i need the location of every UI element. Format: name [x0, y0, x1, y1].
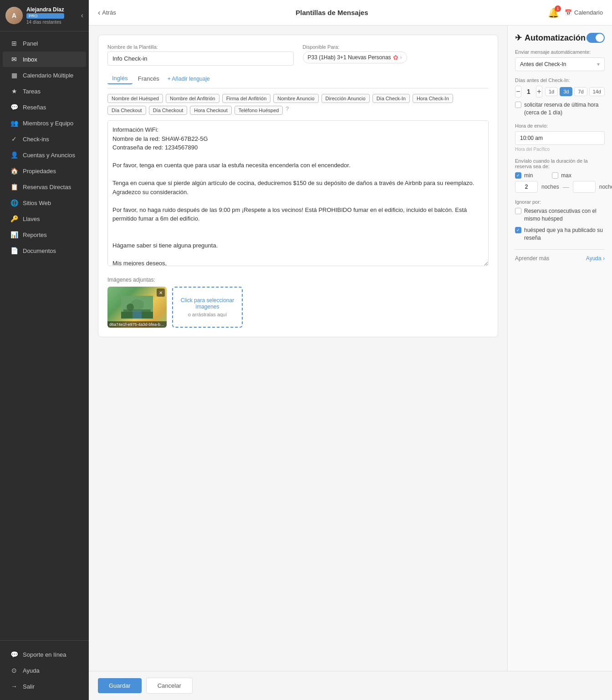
- image-upload-box[interactable]: Click para seleccionar imagenes o arrást…: [172, 287, 243, 328]
- sidebar-item-reportes[interactable]: 📊 Reportes: [3, 227, 86, 242]
- var-help-icon[interactable]: ?: [286, 106, 289, 115]
- available-for-label: Disponible Para:: [303, 44, 489, 50]
- var-tag-dia-checkout2[interactable]: Día Checkout: [149, 106, 188, 115]
- form-section: Nombre de la Plantilla: Disponible Para:…: [98, 35, 498, 337]
- main-area: ‹ Atrás Plantillas de Mensajes 🔔 1 📅 Cal…: [89, 0, 612, 700]
- right-panel: ✈ Automatización Enviar mensaje automáti…: [507, 26, 612, 671]
- resenas-icon: 💬: [10, 103, 18, 111]
- sidebar-item-calendario[interactable]: ▦ Calendario Múltiple: [3, 67, 86, 83]
- sidebar-item-ayuda[interactable]: ⊙ Ayuda: [3, 663, 86, 678]
- sidebar-item-checkins[interactable]: ✓ Check-ins: [3, 131, 86, 147]
- days-minus-button[interactable]: −: [515, 86, 521, 98]
- ignore-2-checkbox[interactable]: ✓: [515, 227, 521, 233]
- sidebar-item-propiedades[interactable]: 🏠 Propiedades: [3, 163, 86, 179]
- checkins-icon: ✓: [10, 135, 18, 143]
- tag-arrow-icon: ›: [400, 54, 402, 61]
- var-tag-firma[interactable]: Firma del Anfitrión: [222, 94, 271, 103]
- last-minute-checkbox-row: solicitar reserva de última hora (cerca …: [515, 101, 605, 117]
- min-checkbox[interactable]: ✓: [515, 172, 521, 179]
- sidebar-item-label: Reseñas: [23, 104, 46, 111]
- available-tag[interactable]: P33 (1Hab) 3+1 Nuevas Personas ✿ ›: [303, 51, 407, 63]
- var-tag-direccion[interactable]: Dirección Anuncio: [321, 94, 370, 103]
- sidebar-item-panel[interactable]: ⊞ Panel: [3, 36, 86, 51]
- days-before-label: Días antes del Check-In:: [515, 77, 605, 83]
- var-tag-dia-checkin[interactable]: Día Check-In: [372, 94, 410, 103]
- lang-tab-ingles[interactable]: Inglés: [107, 73, 133, 84]
- sidebar-item-salir[interactable]: → Salir: [3, 679, 86, 694]
- svg-point-3: [127, 304, 134, 311]
- salir-icon: →: [10, 683, 18, 690]
- max-nights-input[interactable]: [573, 181, 596, 193]
- tareas-icon: ★: [10, 88, 18, 95]
- var-tag-telefono[interactable]: Teléfono Huésped: [235, 106, 283, 115]
- day-chip-7d[interactable]: 7d: [574, 87, 587, 96]
- send-auto-label: Enviar mensaje automáticamente:: [515, 49, 605, 55]
- sidebar-user: A Alejandra Díaz PRO 14 días restantes: [5, 6, 64, 25]
- var-tag-anfitrion[interactable]: Nombre del Anfitrión: [166, 94, 219, 103]
- images-section: Imágenes adjuntas:: [107, 277, 489, 328]
- upload-text: Click para seleccionar imagenes: [177, 297, 238, 310]
- day-chip-14d[interactable]: 14d: [589, 87, 605, 96]
- message-textarea[interactable]: Información WiFi: Nombre de la red: SHAW…: [107, 120, 489, 266]
- day-chip-1d[interactable]: 1d: [545, 87, 558, 96]
- plane-icon: ✈: [515, 33, 522, 43]
- sidebar-item-tareas[interactable]: ★ Tareas: [3, 83, 86, 99]
- soporte-icon: 💬: [10, 651, 18, 658]
- calendar-button[interactable]: 📅 Calendario: [565, 9, 603, 16]
- propiedades-icon: 🏠: [10, 167, 18, 175]
- top-fields-row: Nombre de la Plantilla: Disponible Para:…: [107, 44, 489, 66]
- var-tag-dia-checkout[interactable]: Día Checkout: [107, 106, 146, 115]
- template-name-input[interactable]: [107, 51, 294, 66]
- sidebar-item-reservas[interactable]: 📋 Reservas Directas: [3, 179, 86, 195]
- sidebar-item-label: Sitios Web: [23, 200, 51, 206]
- topbar-title: Plantillas de Mensajes: [296, 9, 368, 16]
- sidebar-item-sitios[interactable]: 🌐 Sitios Web: [3, 195, 86, 211]
- sidebar-item-inbox[interactable]: ✉ Inbox: [3, 51, 86, 67]
- ignore-section: Ignorar por: Reservas consecutivas con e…: [515, 199, 605, 242]
- sidebar-item-label: Panel: [23, 40, 38, 47]
- duration-dash: —: [563, 183, 569, 190]
- sidebar-item-miembros[interactable]: 👥 Miembros y Equipo: [3, 115, 86, 131]
- collapse-sidebar-button[interactable]: ‹: [81, 11, 83, 20]
- sidebar-item-soporte[interactable]: 💬 Soporte en línea: [3, 647, 86, 662]
- sidebar-item-cuentas[interactable]: 👤 Cuentas y Anuncios: [3, 147, 86, 163]
- image-delete-button[interactable]: ✕: [157, 288, 165, 297]
- sidebar-item-resenas[interactable]: 💬 Reseñas: [3, 99, 86, 115]
- sitios-icon: 🌐: [10, 199, 18, 206]
- upload-sub: o arrástralas aquí: [188, 312, 227, 317]
- save-button[interactable]: Guardar: [98, 678, 142, 693]
- ignore-1-checkbox[interactable]: [515, 208, 521, 214]
- send-time-input[interactable]: [515, 131, 605, 145]
- send-time-label: Hora de envío:: [515, 123, 605, 129]
- lang-tab-frances[interactable]: Francés: [133, 73, 164, 84]
- template-vars: Nombre del Huésped Nombre del Anfitrión …: [107, 94, 489, 115]
- sidebar-item-llaves[interactable]: 🔑 Llaves: [3, 211, 86, 226]
- svg-rect-5: [133, 310, 142, 319]
- last-minute-checkbox[interactable]: [515, 102, 521, 108]
- var-tag-hora-checkout[interactable]: Hora Checkout: [190, 106, 231, 115]
- cancel-button[interactable]: Cancelar: [146, 678, 193, 694]
- bottom-bar: Guardar Cancelar: [89, 671, 612, 700]
- sidebar-item-documentos[interactable]: 📄 Documentos: [3, 243, 86, 258]
- min-nights-input[interactable]: [515, 181, 538, 193]
- add-language-button[interactable]: + Añadir lenguaje: [165, 74, 213, 84]
- automation-toggle[interactable]: [586, 33, 605, 43]
- notification-button[interactable]: 🔔 1: [548, 7, 559, 18]
- topbar: ‹ Atrás Plantillas de Mensajes 🔔 1 📅 Cal…: [89, 0, 612, 26]
- max-checkbox[interactable]: [552, 172, 558, 179]
- days-control: − 1 + 1d 3d 7d 14d: [515, 86, 605, 98]
- var-tag-nombre-anuncio[interactable]: Nombre Anuncio: [273, 94, 318, 103]
- template-name-label: Nombre de la Plantilla:: [107, 44, 294, 50]
- days-value: 1: [524, 88, 533, 95]
- days-plus-button[interactable]: +: [536, 86, 542, 98]
- back-button[interactable]: ‹ Atrás: [98, 9, 116, 17]
- day-chip-3d[interactable]: 3d: [560, 87, 572, 96]
- var-tag-huesped[interactable]: Nombre del Huésped: [107, 94, 163, 103]
- reservas-icon: 📋: [10, 183, 18, 190]
- last-minute-label: solicitar reserva de última hora (cerca …: [524, 101, 605, 117]
- send-auto-select[interactable]: Antes del Check-In ▾: [515, 57, 605, 71]
- user-name: Alejandra Díaz: [26, 6, 64, 13]
- footer-help-link[interactable]: Ayuda ›: [586, 255, 605, 262]
- var-tag-hora-checkin[interactable]: Hora Check-In: [413, 94, 453, 103]
- ignore-1-row: Reservas consecutivas con el mismo huésp…: [515, 207, 605, 223]
